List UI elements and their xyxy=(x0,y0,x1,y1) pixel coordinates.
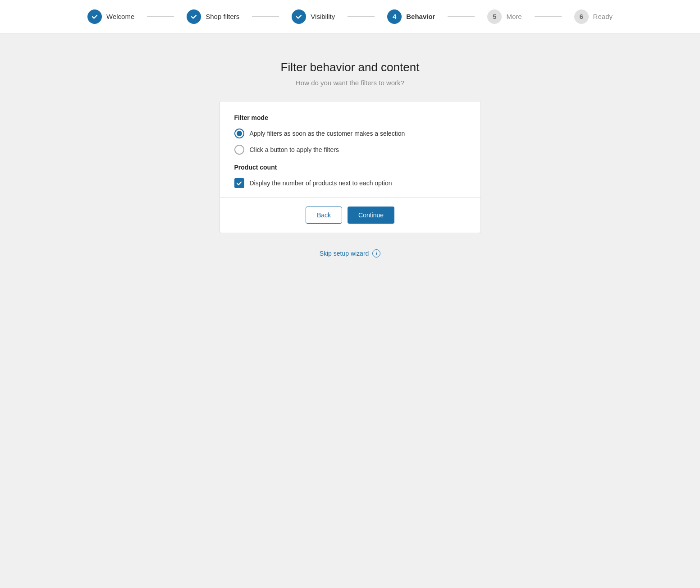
step-4-label: Behavior xyxy=(406,13,435,20)
step-6-number: 6 xyxy=(579,13,583,20)
skip-wizard-link[interactable]: Skip setup wizard xyxy=(320,250,369,257)
step-4-number: 4 xyxy=(393,13,396,20)
connector-4-5 xyxy=(448,16,475,17)
page-title: Filter behavior and content xyxy=(281,60,420,74)
page-subtitle: How do you want the filters to work? xyxy=(296,79,404,87)
step-1-circle xyxy=(87,9,102,24)
checkbox-1-box xyxy=(234,178,244,188)
radio-2-circle xyxy=(234,145,244,155)
step-shop-filters[interactable]: Shop filters xyxy=(174,9,252,24)
radio-option-1[interactable]: Apply filters as soon as the customer ma… xyxy=(234,129,466,138)
card-body: Filter mode Apply filters as soon as the… xyxy=(220,101,480,197)
connector-3-4 xyxy=(348,16,375,17)
behavior-card: Filter mode Apply filters as soon as the… xyxy=(220,101,481,233)
product-count-label: Product count xyxy=(234,164,466,171)
stepper-nav: Welcome Shop filters Visibility xyxy=(0,0,700,33)
product-count-section: Product count Display the number of prod… xyxy=(234,164,466,188)
step-2-circle xyxy=(187,9,201,24)
step-1-label: Welcome xyxy=(106,13,134,20)
step-visibility[interactable]: Visibility xyxy=(279,9,348,24)
step-4-circle: 4 xyxy=(387,9,402,24)
checkbox-option-1[interactable]: Display the number of products next to e… xyxy=(234,178,466,188)
skip-wizard-row: Skip setup wizard i xyxy=(320,249,381,257)
back-button[interactable]: Back xyxy=(306,207,342,224)
step-6-circle: 6 xyxy=(574,9,589,24)
connector-2-3 xyxy=(252,16,279,17)
main-content: Filter behavior and content How do you w… xyxy=(0,33,700,257)
connector-5-6 xyxy=(535,16,562,17)
step-more[interactable]: 5 More xyxy=(475,9,534,24)
radio-option-2[interactable]: Click a button to apply the filters xyxy=(234,145,466,155)
step-behavior[interactable]: 4 Behavior xyxy=(375,9,448,24)
step-3-label: Visibility xyxy=(311,13,335,20)
radio-1-inner xyxy=(237,131,242,136)
filter-mode-label: Filter mode xyxy=(234,114,466,121)
step-welcome[interactable]: Welcome xyxy=(87,9,147,24)
card-footer: Back Continue xyxy=(220,197,480,233)
connector-1-2 xyxy=(147,16,174,17)
radio-1-label: Apply filters as soon as the customer ma… xyxy=(250,130,405,137)
step-ready[interactable]: 6 Ready xyxy=(562,9,613,24)
continue-button[interactable]: Continue xyxy=(348,207,394,224)
skip-info-icon[interactable]: i xyxy=(372,249,380,257)
radio-2-label: Click a button to apply the filters xyxy=(250,146,339,153)
radio-1-circle xyxy=(234,129,244,138)
checkbox-1-label: Display the number of products next to e… xyxy=(250,179,392,187)
step-6-label: Ready xyxy=(593,13,613,20)
step-5-label: More xyxy=(506,13,522,20)
step-3-circle xyxy=(292,9,306,24)
step-5-number: 5 xyxy=(493,13,496,20)
step-2-label: Shop filters xyxy=(206,13,239,20)
step-5-circle: 5 xyxy=(487,9,502,24)
